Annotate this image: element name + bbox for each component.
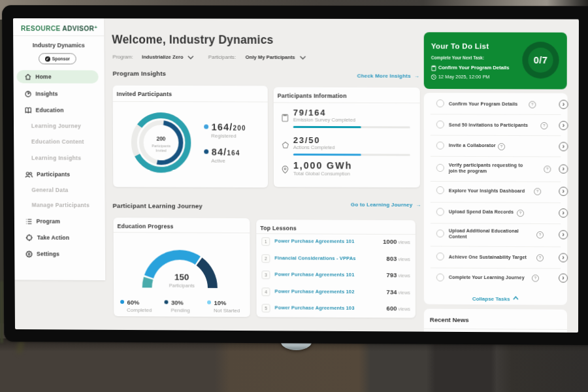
svg-text:200: 200 bbox=[156, 135, 165, 142]
svg-text:Participants: Participants bbox=[152, 144, 171, 148]
svg-text:Invited: Invited bbox=[155, 148, 166, 152]
